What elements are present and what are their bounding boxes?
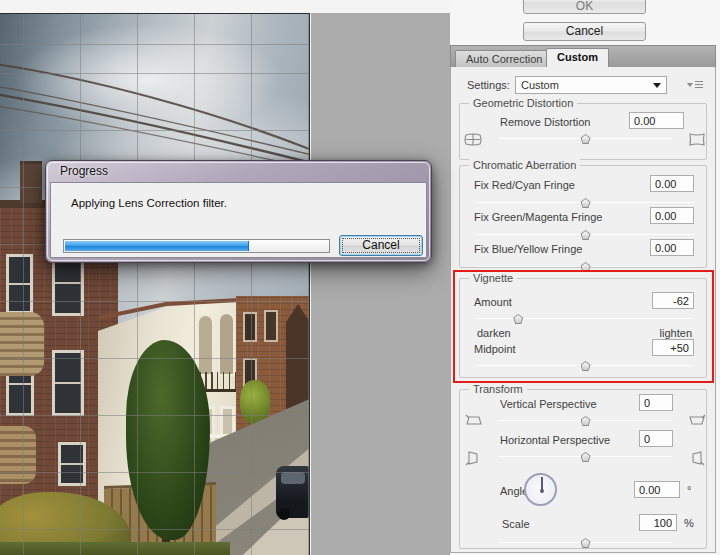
tab-custom[interactable]: Custom	[546, 48, 609, 67]
scale-label: Scale	[502, 518, 530, 530]
settings-label: Settings:	[467, 79, 510, 91]
photo-arched-window	[218, 312, 235, 376]
fix-blue-yellow-input[interactable]	[650, 239, 694, 256]
photo-wood-balcony	[0, 312, 44, 376]
progress-fill	[65, 241, 249, 251]
preview-canvas-background	[311, 13, 450, 555]
fix-red-cyan-label: Fix Red/Cyan Fringe	[474, 179, 575, 191]
angle-input[interactable]	[634, 481, 680, 498]
dropdown-arrow-icon	[653, 83, 661, 88]
vertical-perspective-right-icon	[688, 414, 706, 427]
custom-tab-panel: Settings: Custom Geometric Distortion Re…	[450, 67, 716, 553]
progress-dialog: Progress Applying Lens Correction filter…	[45, 160, 432, 263]
photo-green-shrub	[240, 380, 270, 424]
vignette-group: Vignette Amount darken lighten Midpoint	[459, 278, 707, 378]
vertical-perspective-left-icon	[465, 414, 483, 427]
photo-wood-balcony	[0, 426, 36, 484]
tab-strip: Auto Correction Custom	[450, 45, 716, 68]
angle-unit: °	[687, 484, 691, 496]
ok-button[interactable]: OK	[523, 0, 646, 14]
transform-group: Transform Vertical Perspective Horizonta…	[459, 389, 707, 549]
horizontal-perspective-left-icon	[465, 450, 480, 466]
barrel-distortion-icon	[464, 132, 482, 147]
lens-correction-right-column: OK Cancel Auto Correction Custom Setting…	[450, 0, 720, 555]
photo-car-wheel	[278, 508, 290, 520]
progress-dialog-body: Applying Lens Correction filter. Cancel	[50, 182, 427, 258]
horizontal-perspective-slider[interactable]	[499, 452, 672, 463]
fix-red-cyan-input[interactable]	[650, 175, 694, 192]
vignette-darken-label: darken	[477, 327, 511, 339]
vignette-amount-slider[interactable]	[477, 314, 694, 325]
geometric-distortion-group: Geometric Distortion Remove Distortion	[459, 103, 707, 160]
vignette-midpoint-label: Midpoint	[474, 343, 516, 355]
progress-bar	[63, 239, 330, 253]
vertical-perspective-label: Vertical Perspective	[500, 398, 597, 410]
chromatic-aberration-group: Chromatic Aberration Fix Red/Cyan Fringe…	[459, 165, 707, 268]
angle-dial[interactable]	[524, 473, 557, 506]
vignette-lighten-label: lighten	[660, 327, 692, 339]
vignette-title: Vignette	[469, 272, 517, 284]
fix-blue-yellow-label: Fix Blue/Yellow Fringe	[474, 243, 582, 255]
photo-window	[243, 312, 257, 342]
remove-distortion-slider[interactable]	[499, 134, 672, 145]
progress-cancel-button[interactable]: Cancel	[339, 235, 423, 256]
horizontal-perspective-right-icon	[690, 450, 705, 466]
chromatic-aberration-title: Chromatic Aberration	[469, 159, 580, 171]
photo-window	[6, 254, 33, 314]
photo-window	[52, 350, 84, 416]
lens-correction-preview-image	[0, 13, 310, 555]
remove-distortion-label: Remove Distortion	[500, 116, 590, 128]
geometric-distortion-title: Geometric Distortion	[469, 97, 577, 109]
horizontal-perspective-label: Horizontal Perspective	[500, 434, 610, 446]
photo-grass-strip	[0, 542, 230, 555]
scale-unit: %	[684, 517, 694, 529]
photo-window	[58, 442, 86, 486]
pincushion-distortion-icon	[688, 132, 706, 147]
settings-dropdown[interactable]: Custom	[515, 76, 667, 94]
vertical-perspective-slider[interactable]	[499, 416, 672, 427]
vignette-amount-input[interactable]	[652, 292, 694, 309]
vertical-perspective-input[interactable]	[639, 394, 673, 411]
tab-auto-correction[interactable]: Auto Correction	[455, 50, 553, 67]
vignette-amount-label: Amount	[474, 296, 512, 308]
photo-tree	[126, 340, 210, 540]
scale-slider[interactable]	[499, 538, 672, 549]
vignette-midpoint-input[interactable]	[652, 339, 694, 356]
horizontal-perspective-input[interactable]	[639, 430, 673, 447]
remove-distortion-input[interactable]	[629, 112, 684, 129]
photo-arched-window	[197, 314, 214, 376]
photo-car-window	[281, 472, 305, 484]
progress-dialog-title: Progress	[60, 161, 108, 182]
progress-message: Applying Lens Correction filter.	[71, 197, 227, 209]
settings-dropdown-value: Custom	[521, 79, 559, 91]
fix-green-magenta-label: Fix Green/Magenta Fringe	[474, 211, 602, 223]
scale-input[interactable]	[639, 514, 677, 531]
cancel-button[interactable]: Cancel	[523, 22, 646, 41]
panel-flyout-menu-icon[interactable]	[687, 80, 703, 90]
transform-title: Transform	[469, 383, 527, 395]
vignette-midpoint-slider[interactable]	[477, 361, 694, 372]
photo-window	[264, 310, 278, 342]
photo-chimney	[20, 161, 42, 203]
fix-green-magenta-input[interactable]	[650, 207, 694, 224]
